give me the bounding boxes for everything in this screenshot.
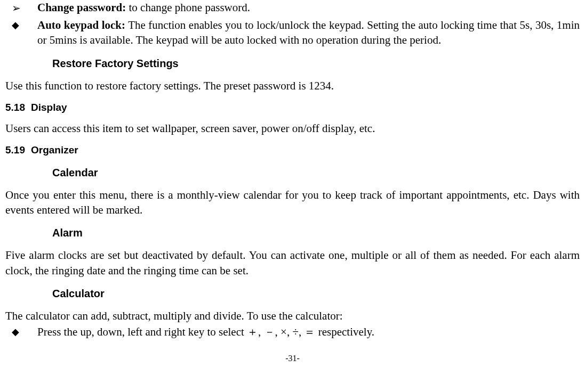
- heading-restore: Restore Factory Settings: [5, 56, 580, 71]
- heading-organizer: 5.19 Organizer: [5, 143, 580, 157]
- item-text: Press the up, down, left and right key t…: [37, 324, 580, 339]
- section-number: 5.18: [5, 101, 31, 115]
- heading-display: 5.18 Display: [5, 101, 580, 115]
- text-display: Users can access this item to set wallpa…: [5, 121, 580, 136]
- text-calculator-intro: The calculator can add, subtract, multip…: [5, 308, 580, 323]
- list-item: ◆ Press the up, down, left and right key…: [5, 324, 580, 339]
- arrow-icon: ➢: [5, 0, 37, 15]
- section-title: Display: [31, 101, 67, 115]
- heading-calculator: Calculator: [5, 287, 580, 301]
- item-title: Change password:: [37, 1, 126, 14]
- list-item: ◆ Auto keypad lock: The function enables…: [5, 18, 580, 48]
- item-text: Change password: to change phone passwor…: [37, 0, 580, 15]
- page-number: -31-: [5, 353, 580, 364]
- text-restore: Use this function to restore factory set…: [5, 78, 580, 93]
- item-title: Auto keypad lock:: [37, 19, 125, 31]
- diamond-icon: ◆: [5, 324, 37, 339]
- diamond-icon: ◆: [5, 18, 37, 48]
- heading-alarm: Alarm: [5, 226, 580, 240]
- list-item: ➢ Change password: to change phone passw…: [5, 0, 580, 15]
- item-desc: to change phone password.: [126, 1, 250, 14]
- section-number: 5.19: [5, 143, 31, 157]
- heading-calendar: Calendar: [5, 166, 580, 180]
- text-calendar: Once you enter this menu, there is a mon…: [5, 187, 580, 218]
- text-alarm: Five alarm clocks are set but deactivate…: [5, 248, 580, 278]
- item-text: Auto keypad lock: The function enables y…: [37, 18, 580, 48]
- section-title: Organizer: [31, 143, 78, 157]
